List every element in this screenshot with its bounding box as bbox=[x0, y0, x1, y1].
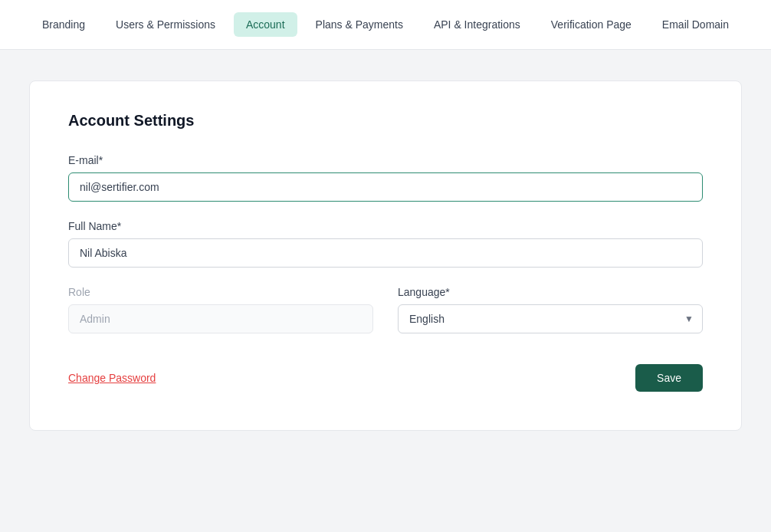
nav-items-container: Branding Users & Permissions Account Pla… bbox=[30, 12, 741, 37]
nav-item-plans-payments[interactable]: Plans & Payments bbox=[303, 12, 415, 37]
nav-item-api-integrations[interactable]: API & Integrations bbox=[422, 12, 533, 37]
role-form-group: Role bbox=[68, 286, 373, 333]
language-select[interactable]: English Turkish German French Spanish bbox=[398, 304, 703, 333]
fullname-label: Full Name* bbox=[68, 220, 703, 232]
nav-item-email-domain[interactable]: Email Domain bbox=[650, 12, 741, 37]
nav-item-users-permissions[interactable]: Users & Permissions bbox=[103, 12, 228, 37]
change-password-button[interactable]: Change Password bbox=[68, 372, 156, 384]
page-content: Account Settings E-mail* Full Name* Role… bbox=[0, 50, 771, 461]
email-form-group: E-mail* bbox=[68, 154, 703, 202]
role-label: Role bbox=[68, 286, 373, 298]
language-select-wrapper: English Turkish German French Spanish ▼ bbox=[398, 304, 703, 333]
role-language-row: Role Language* English Turkish German Fr… bbox=[68, 286, 703, 333]
language-form-group: Language* English Turkish German French … bbox=[398, 286, 703, 333]
form-footer: Change Password Save bbox=[68, 364, 703, 392]
account-settings-card: Account Settings E-mail* Full Name* Role… bbox=[29, 80, 742, 431]
email-field[interactable] bbox=[68, 172, 703, 202]
email-label: E-mail* bbox=[68, 154, 703, 166]
nav-item-branding[interactable]: Branding bbox=[30, 12, 97, 37]
top-navigation: Branding Users & Permissions Account Pla… bbox=[0, 0, 771, 50]
role-field bbox=[68, 304, 373, 333]
fullname-field[interactable] bbox=[68, 238, 703, 268]
nav-item-verification-page[interactable]: Verification Page bbox=[539, 12, 644, 37]
page-title: Account Settings bbox=[68, 112, 703, 130]
language-label: Language* bbox=[398, 286, 703, 298]
save-button[interactable]: Save bbox=[635, 364, 703, 392]
nav-item-account[interactable]: Account bbox=[234, 12, 297, 37]
fullname-form-group: Full Name* bbox=[68, 220, 703, 268]
